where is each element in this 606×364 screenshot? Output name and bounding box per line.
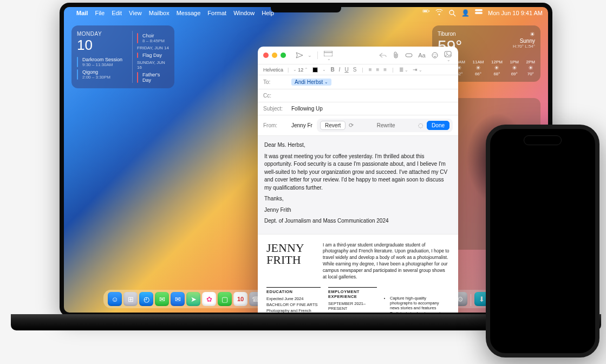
reply-icon[interactable] [378,51,388,60]
menu-message[interactable]: Message [177,10,201,16]
align-center-icon[interactable]: ≡ [376,67,379,73]
account-icon[interactable]: 👤 [461,9,470,17]
battery-icon[interactable] [422,9,430,17]
chevron-down-icon[interactable]: ⌄ [308,53,312,58]
dock-icon-calendar[interactable]: 10 [233,292,247,306]
svg-line-4 [453,14,455,16]
iphone-device [486,125,600,358]
svg-rect-2 [429,10,429,11]
refresh-icon[interactable]: ◌ [418,122,423,129]
list-icon[interactable]: ≣ ⌄ [399,67,409,73]
send-icon[interactable] [295,51,304,60]
dock-icon-safari[interactable]: ◴ [139,292,153,306]
app-name[interactable]: Mail [76,10,88,16]
message-body[interactable]: Dear Ms. Herbst, It was great meeting yo… [258,136,458,234]
subject-row[interactable]: Subject: Following Up [258,102,458,115]
cc-row[interactable]: Cc: [258,89,458,102]
dock-icon-photos[interactable]: ✿ [202,292,216,306]
weather-hour: 1PM☀︎69° [510,60,518,76]
weather-hour: 2PM☀︎70° [526,60,535,76]
dock-icon-finder[interactable]: ☺ [108,292,122,306]
bold-button[interactable]: B [330,67,334,73]
dock-icon-maps[interactable]: ➤ [186,292,200,306]
emoji-icon[interactable] [430,51,440,60]
revert-button[interactable]: Revert [320,121,346,130]
color-swatch[interactable] [312,67,318,73]
done-button[interactable]: Done [427,121,449,130]
calendar-day-number: 10 [77,37,122,54]
menu-format[interactable]: Format [207,10,226,16]
weather-hour: 11AM☀︎66° [473,60,484,76]
body-greeting: Dear Ms. Herbst, [264,141,452,150]
body-dept: Dept. of Journalism and Mass Communicati… [264,217,452,225]
reminder-title: Father's Day [142,72,169,83]
reminder-date: FRIDAY, JUN 14 [137,46,169,50]
menu-edit[interactable]: Edit [112,10,122,16]
chevron-down-icon[interactable]: ⌄ [324,80,328,84]
cv-attachment[interactable]: JENNY FRITH I am a third-year student un… [258,234,458,313]
sun-icon: ☀︎ [513,31,535,38]
font-size-value: 12 [298,67,303,73]
menu-mailbox[interactable]: Mailbox [149,10,170,16]
body-name: Jenny Frith [264,206,452,214]
rewrite-popover: Revert ⟳ Rewrite ◌ Done [317,119,453,132]
minimize-button[interactable] [272,53,277,58]
align-right-icon[interactable]: ≡ [383,67,387,73]
dock-icon-launchpad[interactable]: ⊞ [123,292,138,306]
svg-point-11 [433,54,434,55]
dock-icon-facetime[interactable]: ▢ [218,292,232,306]
menubar-clock[interactable]: Mon Jun 10 9:41 AM [488,10,543,16]
cv-edu-line: BACHELOR OF FINE ARTS [266,302,321,307]
header-layout-icon[interactable]: ⌄ [323,51,333,60]
close-button[interactable] [263,53,269,58]
cv-last-name: FRITH [266,254,315,266]
link-icon[interactable] [404,51,414,60]
calendar-event: Qigong [82,69,110,75]
underline-button[interactable]: U [344,67,348,73]
svg-point-3 [449,10,454,15]
calendar-widget[interactable]: MONDAY 10 Darkroom Session9:30 – 11:30AM… [71,25,174,88]
reminder-title: Flag Day [142,53,162,58]
menu-window[interactable]: Window [233,10,255,16]
font-select[interactable]: Helvetica [263,67,283,73]
photo-picker-icon[interactable]: ⌄ [443,51,453,60]
from-row: From: Jenny Fr Revert ⟳ Rewrite ◌ Done [258,115,458,136]
window-titlebar[interactable]: ⌄ ⌄ Aa ⌄ [258,47,458,64]
font-size-stepper[interactable]: ⌄12⌃ [293,67,308,73]
body-thanks: Thanks, [264,195,452,203]
menu-view[interactable]: View [129,10,142,16]
wifi-icon[interactable] [435,9,443,17]
align-left-icon[interactable]: ≡ [369,67,372,73]
zoom-button[interactable] [281,53,286,58]
cv-emp-bullet: Participate in planning sessions with ed… [390,311,449,313]
menu-file[interactable]: File [95,10,105,16]
svg-point-14 [446,53,447,54]
format-bar: Helvetica | ⌄12⌃ ⌄ B I U S | ≡ ≡ ≡ | ≣ ⌄… [258,64,458,75]
indent-icon[interactable]: ⇥ ⌄ [413,67,422,73]
cv-emp-line: SEPTEMBER 2021–PRESENT [328,301,377,311]
dock-icon-mail[interactable]: ✉ [171,292,185,306]
sparkle-icon[interactable]: ⟳ [349,122,354,129]
cv-emp-bullet: Capture high-quality photographs to acco… [390,296,449,310]
spotlight-icon[interactable] [448,9,456,17]
reminder-date: SUNDAY, JUN 16 [137,60,169,70]
italic-button[interactable]: I [339,67,341,73]
dock-separator [471,294,471,306]
svg-rect-9 [406,54,412,57]
attach-icon[interactable] [391,51,401,60]
dynamic-island [524,135,562,145]
body-paragraph: It was great meeting you for coffee yest… [264,153,452,192]
subject-value[interactable]: Following Up [291,106,323,112]
strike-button[interactable]: S [353,67,357,73]
calendar-event-time: 9:30 – 11:30AM [82,62,122,67]
control-center-icon[interactable] [475,9,483,17]
format-button[interactable]: Aa [417,51,427,60]
dock-icon-messages[interactable]: ✉ [155,292,169,306]
to-label: To: [263,79,287,85]
cv-edu-line: Expected June 2024 [266,296,321,301]
subject-label: Subject: [263,106,287,112]
recipient-token[interactable]: Andi Herbst⌄ [291,79,331,86]
svg-rect-1 [423,10,427,11]
cv-emp-line: Photographer [328,312,377,313]
weather-city: Tiburon [438,31,462,37]
